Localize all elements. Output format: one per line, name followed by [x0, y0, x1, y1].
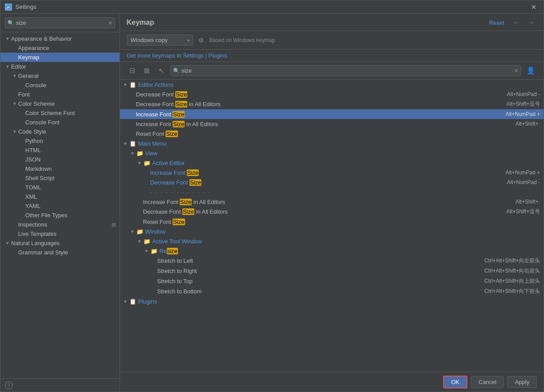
row-label: Main Menu	[138, 140, 540, 147]
sidebar-item-console-font[interactable]: Console Font	[0, 118, 120, 127]
sidebar-item-general[interactable]: ▼ General	[0, 71, 120, 81]
row-label: Increase Font Size in All Editors	[143, 199, 507, 205]
user-shortcuts-button[interactable]: 👤	[525, 65, 537, 77]
filter-btn-1[interactable]: ⊟	[127, 65, 138, 77]
folder-icon: 📋	[129, 81, 137, 88]
keymap-row-increase-font-size-all[interactable]: Increase Font Size in All Editors Alt+Sh…	[120, 119, 544, 129]
sidebar-label: TOML	[25, 184, 120, 191]
sidebar-item-live-templates[interactable]: Live Templates	[0, 229, 120, 238]
back-button[interactable]: ←	[510, 18, 522, 27]
keymap-search-input[interactable]	[170, 65, 521, 76]
highlight-size: size	[167, 248, 178, 254]
category-text: Resize	[159, 248, 178, 254]
keymap-category-active-tool-window[interactable]: ▼ 📁 Active Tool Window	[120, 236, 544, 246]
row-shortcut: Ctrl+Alt+Shift+向右箭头	[475, 267, 540, 275]
sidebar-item-code-style[interactable]: ▼ Code Style	[0, 127, 120, 136]
sidebar-item-editor[interactable]: ▼ Editor	[0, 62, 120, 71]
sidebar-item-html[interactable]: HTML	[0, 146, 120, 155]
sidebar-label: Shell Script	[25, 175, 120, 181]
row-shortcut: Ctrl+Alt+Shift+向下箭头	[475, 288, 540, 295]
keymap-row-stretch-bottom[interactable]: Stretch to Bottom Ctrl+Alt+Shift+向下箭头	[120, 286, 544, 296]
keymap-category-resize[interactable]: ▼ 📁 Resize	[120, 246, 544, 256]
sidebar-item-font[interactable]: Font	[0, 90, 120, 99]
category-text: View	[145, 150, 158, 157]
keymap-category-main-menu[interactable]: ▼ 📋 Main Menu	[120, 138, 544, 148]
sidebar-item-appearance[interactable]: Appearance	[0, 43, 120, 53]
row-label: Editor Actions	[138, 81, 540, 88]
keymap-category-active-editor[interactable]: ▼ 📁 Active Editor	[120, 158, 544, 168]
filter-btn-2[interactable]: ⊠	[141, 65, 152, 77]
keymap-row-increase-font-size-all-nested[interactable]: Increase Font Size in All Editors Alt+Sh…	[120, 197, 544, 207]
keymap-row-decrease-font-size-nested[interactable]: Decrease Font Size Alt+NumPad -	[120, 177, 544, 187]
sidebar-search-clear[interactable]: ✕	[108, 20, 112, 26]
keymap-based-text: Based on Windows keymap	[209, 37, 275, 43]
toggle-icon: ▼	[143, 249, 150, 254]
sidebar-label: Color Scheme	[18, 100, 120, 107]
ok-button[interactable]: OK	[443, 376, 467, 388]
sidebar-item-yaml[interactable]: YAML	[0, 201, 120, 211]
forward-button[interactable]: →	[525, 18, 537, 27]
cancel-button[interactable]: Cancel	[471, 376, 504, 388]
keymap-row-increase-font-size[interactable]: Increase Font Size Alt+NumPad +	[120, 109, 544, 119]
filter-btn-3[interactable]: ↖	[156, 65, 167, 77]
folder-icon: 📋	[129, 140, 137, 147]
sidebar-item-toml[interactable]: TOML	[0, 183, 120, 192]
highlight-size: Size	[173, 121, 185, 127]
row-shortcut: Ctrl+Alt+Shift+向左箭头	[475, 257, 540, 265]
keymap-select[interactable]: Windows copy	[127, 35, 193, 46]
keymap-row-decrease-font-size-all[interactable]: Decrease Font Size in All Editors Alt+Sh…	[120, 99, 544, 109]
keymap-row-reset-font-size[interactable]: Reset Font Size	[120, 129, 544, 138]
keymap-row-reset-font-size-nested[interactable]: Reset Font Size	[120, 217, 544, 227]
row-label: View	[145, 150, 540, 157]
sidebar-item-color-scheme-font[interactable]: Color Scheme Font	[0, 108, 120, 118]
reset-button[interactable]: Reset	[486, 19, 507, 27]
sidebar-item-other-file-types[interactable]: Other File Types	[0, 211, 120, 220]
row-shortcut: Alt+NumPad -	[498, 91, 540, 97]
sidebar-item-color-scheme[interactable]: ▼ Color Scheme	[0, 99, 120, 108]
gear-button[interactable]: ⚙	[197, 35, 206, 46]
keymap-row-increase-font-size-nested[interactable]: Increase Font Size Alt+NumPad +	[120, 168, 544, 177]
sidebar-item-natural-languages[interactable]: ▼ Natural Languages	[0, 238, 120, 248]
sidebar-item-inspections[interactable]: Inspections ⊞	[0, 220, 120, 229]
keymap-category-window[interactable]: ▼ 📁 Window	[120, 227, 544, 236]
sidebar-item-markdown[interactable]: Markdown	[0, 164, 120, 173]
plugins-link[interactable]: Get more keymaps in Settings | Plugins	[127, 52, 227, 59]
sidebar-label: Code Style	[18, 128, 120, 135]
keymap-row-decrease-font-size[interactable]: Decrease Font Size Alt+NumPad -	[120, 89, 544, 99]
sidebar-label: XML	[25, 193, 120, 200]
sidebar-item-python[interactable]: Python	[0, 136, 120, 146]
keymap-row-decrease-font-size-all-nested[interactable]: Decrease Font Size in All Editors Alt+Sh…	[120, 207, 544, 217]
sidebar-item-appearance-behavior[interactable]: ▼ Appearance & Behavior	[0, 34, 120, 43]
keymap-row-stretch-top[interactable]: Stretch to Top Ctrl+Alt+Shift+向上箭头	[120, 276, 544, 286]
help-button[interactable]: ?	[5, 381, 13, 389]
sidebar-item-console[interactable]: Console	[0, 81, 120, 90]
apply-button[interactable]: Apply	[507, 376, 537, 388]
close-button[interactable]: ✕	[529, 3, 539, 12]
highlight-size: Size	[173, 111, 185, 118]
separator-label: - - - - - - - - - - - -	[150, 189, 540, 196]
sidebar-search-input[interactable]	[5, 17, 115, 28]
keymap-row-stretch-left[interactable]: Stretch to Left Ctrl+Alt+Shift+向左箭头	[120, 256, 544, 266]
sidebar-item-keymap[interactable]: Keymap	[0, 53, 120, 62]
row-shortcut: Alt+NumPad +	[497, 111, 540, 117]
folder-icon: 📁	[143, 238, 151, 245]
expand-arrow: ▼	[4, 64, 11, 69]
keymap-search-clear[interactable]: ✕	[514, 68, 518, 74]
keymap-tree: ▼ 📋 Editor Actions Decrease Font Size Al…	[120, 80, 544, 372]
keymap-category-editor-actions[interactable]: ▼ 📋 Editor Actions	[120, 80, 544, 89]
sidebar-item-grammar-style[interactable]: Grammar and Style	[0, 248, 120, 257]
sidebar-label: Natural Languages	[11, 240, 120, 246]
row-label: Reset Font Size	[136, 131, 531, 137]
sidebar-item-json[interactable]: JSON	[0, 155, 120, 164]
keymap-row-stretch-right[interactable]: Stretch to Right Ctrl+Alt+Shift+向右箭头	[120, 266, 544, 276]
folder-icon: 📁	[150, 248, 158, 254]
sidebar-item-shell-script[interactable]: Shell Script	[0, 173, 120, 183]
row-label: Resize	[159, 248, 540, 254]
keymap-filter-bar: ⊟ ⊠ ↖ 🔍 ✕ 👤	[120, 62, 544, 80]
keymap-category-plugins[interactable]: ▼ 📋 Plugins	[120, 296, 544, 306]
row-shortcut: Alt+NumPad +	[497, 169, 540, 176]
category-text: Window	[145, 228, 166, 235]
sidebar-item-xml[interactable]: XML	[0, 192, 120, 201]
keymap-category-view[interactable]: ▼ 📁 View	[120, 148, 544, 158]
row-label: Reset Font Size	[143, 219, 531, 225]
